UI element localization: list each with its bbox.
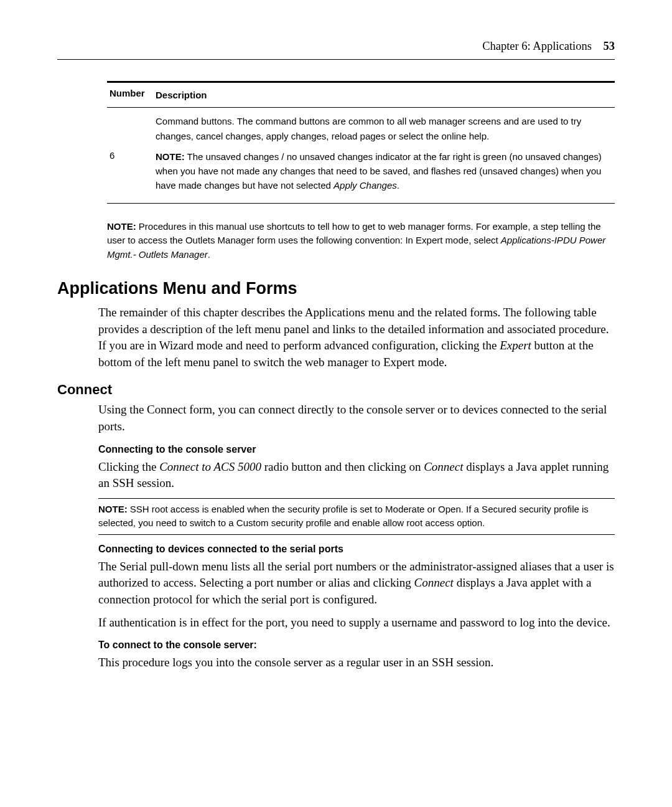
intro-ital: Expert (500, 339, 531, 352)
table-cell-number: 6 (107, 108, 153, 202)
table-cell-description: Command buttons. The command buttons are… (153, 108, 615, 202)
cs-a: Clicking the (98, 460, 159, 473)
cs-ital2: Connect (424, 460, 463, 473)
cs-b: radio button and then clicking on (261, 460, 424, 473)
connect-paragraph: Using the Connect form, you can connect … (98, 402, 615, 435)
procedures-note: NOTE: Procedures in this manual use shor… (107, 220, 615, 262)
table-header-number: Number (107, 83, 153, 107)
page-header: Chapter 6: Applications 53 (57, 40, 615, 60)
document-page: Chapter 6: Applications 53 Number Descri… (0, 0, 672, 807)
chapter-label: Chapter 6: Applications (482, 40, 592, 52)
note-lead: NOTE: (156, 151, 185, 162)
subsection-heading-connect: Connect (57, 382, 615, 398)
note-body-b: . (397, 180, 399, 191)
note-lead: NOTE: (98, 504, 128, 514)
sd-ital: Connect (414, 576, 454, 589)
console-server-paragraph: Clicking the Connect to ACS 5000 radio b… (98, 459, 615, 492)
table-desc-paragraph: Command buttons. The command buttons are… (156, 114, 612, 143)
auth-paragraph: If authentication is in effect for the p… (98, 615, 615, 631)
page-number: 53 (604, 40, 615, 52)
minor-heading-to-connect: To connect to the console server: (98, 639, 615, 651)
ssh-note: NOTE: SSH root access is enabled when th… (98, 498, 615, 535)
minor-heading-console-server: Connecting to the console server (98, 444, 615, 455)
description-table: Number Description 6 Command buttons. Th… (107, 81, 615, 204)
table-header-description: Description (153, 83, 615, 107)
table-row: 6 Command buttons. The command buttons a… (107, 108, 615, 202)
note-body: SSH root access is enabled when the secu… (98, 504, 589, 529)
table-note: NOTE: The unsaved changes / no unsaved c… (156, 149, 612, 193)
note-lead: NOTE: (107, 221, 136, 232)
to-connect-paragraph: This procedure logs you into the console… (98, 654, 615, 671)
note-body-b: . (208, 249, 210, 260)
note-body-ital: Apply Changes (334, 180, 397, 191)
serial-devices-paragraph: The Serial pull-down menu lists all the … (98, 559, 615, 608)
intro-paragraph: The remainder of this chapter describes … (98, 304, 615, 370)
minor-heading-serial-devices: Connecting to devices connected to the s… (98, 544, 615, 555)
cs-ital1: Connect to ACS 5000 (159, 460, 261, 473)
section-heading-applications-menu: Applications Menu and Forms (57, 279, 615, 298)
